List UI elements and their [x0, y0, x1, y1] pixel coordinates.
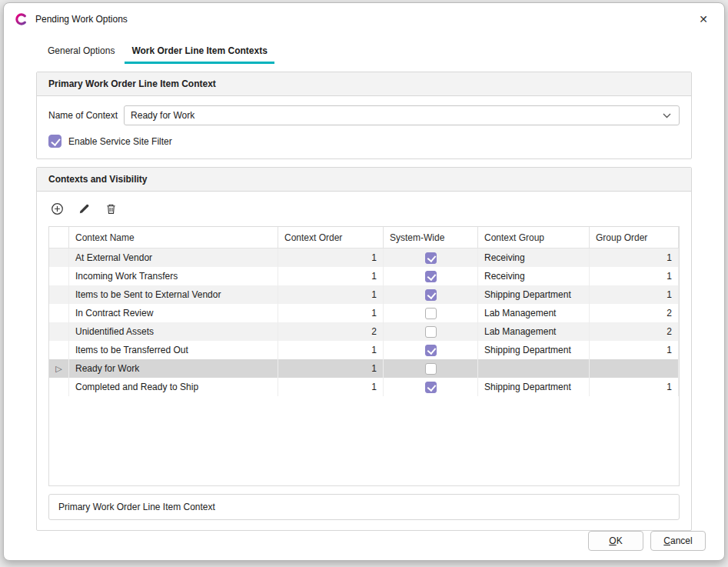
cell-system-wide	[384, 285, 478, 304]
row-indicator	[49, 285, 69, 304]
system-wide-checkbox[interactable]	[425, 363, 437, 375]
cell-system-wide	[384, 378, 478, 396]
row-indicator: ▷	[49, 359, 69, 378]
cell-group-order	[590, 359, 679, 378]
cancel-button[interactable]: Cancel	[650, 531, 706, 551]
cell-group-order: 1	[590, 378, 679, 396]
cell-group-order: 2	[590, 304, 679, 322]
cell-system-wide	[384, 248, 478, 267]
row-indicator	[49, 267, 69, 285]
close-icon[interactable]: ✕	[693, 9, 713, 29]
tab-general-options[interactable]: General Options	[41, 42, 121, 64]
primary-context-group-body: Name of Context Ready for Work Enable Se…	[37, 96, 691, 158]
tab-work-order-line-item-contexts[interactable]: Work Order Line Item Contexts	[125, 42, 274, 64]
system-wide-checkbox[interactable]	[425, 345, 437, 356]
system-wide-checkbox[interactable]	[425, 271, 437, 282]
table-header-row: Context Name Context Order System-Wide C…	[49, 227, 679, 248]
cell-system-wide	[384, 304, 478, 322]
chevron-down-icon	[663, 113, 671, 118]
name-of-context-label: Name of Context	[48, 110, 118, 121]
cell-group-order: 1	[590, 248, 679, 267]
table-row[interactable]: Items to be Transferred Out 1 Shipping D…	[49, 341, 679, 359]
primary-context-footer-field: Primary Work Order Line Item Context	[48, 494, 680, 520]
name-of-context-select[interactable]: Ready for Work	[124, 105, 680, 125]
cell-context-name: Items to be Sent to External Vendor	[69, 285, 278, 304]
cell-context-name: Completed and Ready to Ship	[69, 378, 278, 396]
column-header-system-wide[interactable]: System-Wide	[384, 227, 478, 248]
system-wide-checkbox[interactable]	[425, 326, 437, 338]
cell-context-name: Items to be Transferred Out	[69, 341, 278, 359]
system-wide-checkbox[interactable]	[425, 289, 437, 301]
add-icon[interactable]	[50, 202, 64, 215]
cell-context-order: 1	[278, 285, 384, 304]
column-header-group-order[interactable]: Group Order	[590, 227, 679, 248]
pending-work-options-dialog: Pending Work Options ✕ General Options W…	[3, 2, 725, 561]
cell-group-order: 1	[590, 267, 679, 285]
table-row[interactable]: Incoming Work Transfers 1 Receiving 1	[49, 267, 679, 285]
primary-context-group-title: Primary Work Order Line Item Context	[37, 72, 691, 96]
cell-group-order: 1	[590, 341, 679, 359]
primary-context-group: Primary Work Order Line Item Context Nam…	[36, 72, 692, 159]
contexts-table: Context Name Context Order System-Wide C…	[48, 226, 680, 486]
contexts-visibility-group-title: Contexts and Visibility	[37, 168, 691, 192]
table-row[interactable]: Items to be Sent to External Vendor 1 Sh…	[49, 285, 679, 304]
cell-context-order: 1	[278, 341, 384, 359]
row-indicator	[49, 378, 69, 396]
enable-service-site-filter-checkbox[interactable]	[48, 135, 61, 148]
app-logo-icon	[15, 12, 28, 26]
row-indicator	[49, 341, 69, 359]
table-row[interactable]: Unidentified Assets 2 Lab Management 2	[49, 322, 679, 341]
context-table-body: At External Vendor 1 Receiving 1 Incomin…	[49, 248, 679, 396]
cell-group-order: 1	[590, 285, 679, 304]
cell-context-name: In Contract Review	[69, 304, 278, 322]
cell-context-group: Receiving	[478, 267, 590, 285]
row-indicator	[49, 248, 69, 267]
window-title: Pending Work Options	[35, 14, 128, 25]
row-indicator	[49, 304, 69, 322]
cell-context-group: Shipping Department	[478, 285, 590, 304]
column-header-context-order[interactable]: Context Order	[278, 227, 384, 248]
cell-context-group: Lab Management	[478, 322, 590, 341]
system-wide-checkbox[interactable]	[425, 382, 437, 393]
cell-group-order: 2	[590, 322, 679, 341]
cell-context-name: Ready for Work	[69, 359, 278, 378]
enable-service-site-filter-label: Enable Service Site Filter	[68, 136, 172, 147]
cell-system-wide	[384, 341, 478, 359]
name-of-context-value: Ready for Work	[131, 110, 194, 121]
table-row[interactable]: In Contract Review 1 Lab Management 2	[49, 304, 679, 322]
delete-icon[interactable]	[104, 202, 118, 215]
column-header-context-name[interactable]: Context Name	[69, 227, 278, 248]
cell-context-order: 1	[278, 359, 384, 378]
system-wide-checkbox[interactable]	[425, 308, 437, 319]
cell-context-group: Shipping Department	[478, 378, 590, 396]
table-row[interactable]: At External Vendor 1 Receiving 1	[49, 248, 679, 267]
title-bar: Pending Work Options ✕	[4, 3, 724, 35]
cell-context-group: Receiving	[478, 248, 590, 267]
cell-context-group	[478, 359, 590, 378]
edit-icon[interactable]	[77, 202, 91, 215]
dialog-button-bar: OK Cancel	[4, 531, 724, 561]
cell-system-wide	[384, 322, 478, 341]
table-row[interactable]: ▷ Ready for Work 1	[49, 359, 679, 378]
column-header-context-group[interactable]: Context Group	[478, 227, 590, 248]
row-indicator	[49, 322, 69, 341]
tab-strip: General Options Work Order Line Item Con…	[4, 35, 724, 64]
cell-context-order: 2	[278, 322, 384, 341]
ok-button[interactable]: OK	[588, 531, 643, 551]
cell-system-wide	[384, 359, 478, 378]
cell-context-order: 1	[278, 304, 384, 322]
table-row[interactable]: Completed and Ready to Ship 1 Shipping D…	[49, 378, 679, 396]
contexts-visibility-group: Contexts and Visibility Context Name Con…	[36, 167, 692, 531]
cell-system-wide	[384, 267, 478, 285]
cell-context-group: Shipping Department	[478, 341, 590, 359]
cell-context-name: Incoming Work Transfers	[69, 267, 278, 285]
system-wide-checkbox[interactable]	[425, 252, 437, 264]
cell-context-name: Unidentified Assets	[69, 322, 278, 341]
cell-context-order: 1	[278, 267, 384, 285]
cell-context-order: 1	[278, 248, 384, 267]
cell-context-name: At External Vendor	[69, 248, 278, 267]
cell-context-order: 1	[278, 378, 384, 396]
cell-context-group: Lab Management	[478, 304, 590, 322]
contexts-toolbar	[37, 192, 691, 222]
header-row-indicator	[49, 227, 69, 248]
